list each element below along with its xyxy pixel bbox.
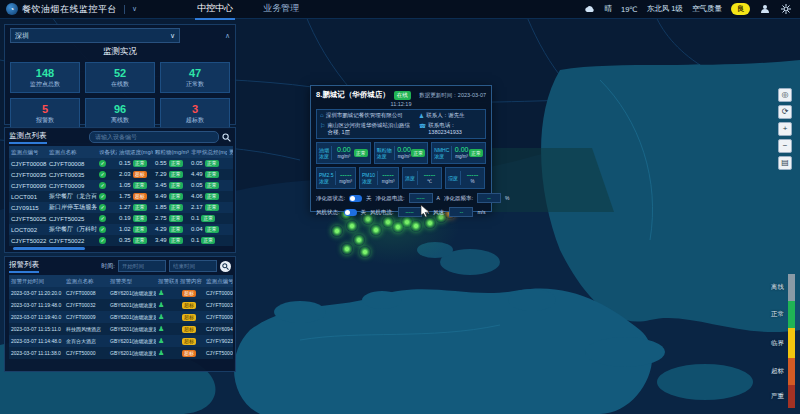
column-header: 监测点编号 (9, 149, 47, 156)
control-row: 净化器状态:关净化器电流:-----A净化器频率:--% (316, 193, 486, 203)
field-value-box[interactable]: ----- (409, 193, 433, 203)
table-row[interactable]: CJY09115新口岸停车场服务中心✓1.27正常1.85正常2.17正常 (9, 202, 233, 213)
alarm-row[interactable]: 2023-03-07 11:11:38.0CJYFT50000GBY6201(油… (9, 347, 233, 359)
air-quality-badge: 良 (731, 3, 750, 15)
alarm-row[interactable]: 2023-03-07 11:19:40.0CJYFT00009GBY6201(油… (9, 311, 233, 323)
value-cell: 0.1正常 (189, 237, 227, 244)
legend-color-bar (788, 328, 795, 358)
person-icon: ♟ (419, 112, 424, 119)
cell: CJYFT50025 (47, 216, 97, 222)
field-value-box[interactable]: -- (477, 193, 501, 203)
panel-collapse-icon[interactable]: ∧ (225, 32, 230, 40)
region-select[interactable]: 深圳 ∨ (10, 28, 180, 43)
status-badge: 正常 (205, 193, 219, 200)
monitor-point-dot[interactable] (331, 225, 343, 237)
popup-update-label: 数据更新时间：2023-03-07 (419, 92, 486, 99)
alarm-row[interactable]: 2023-03-07 11:19:48.0CJYFT00032GBY6201(油… (9, 299, 233, 311)
user-icon[interactable] (759, 3, 771, 15)
settings-gear-icon[interactable] (780, 3, 792, 15)
nav-item-业务管理[interactable]: 业务管理 (261, 0, 301, 20)
metric-value: 1.85 (155, 204, 167, 210)
device-status-cell: ✓ (97, 237, 117, 244)
metric-value: 0.15 (119, 160, 131, 166)
layers-icon[interactable]: ▤ (778, 156, 792, 170)
status-badge: 正常 (201, 237, 215, 244)
app-title: 餐饮油烟在线监控平台 (22, 3, 117, 16)
search-icon[interactable] (222, 128, 231, 146)
metric-value: ----- (467, 171, 479, 179)
map-status-legend: 离线正常临界超标严重 (771, 274, 795, 408)
zoom-in-icon[interactable]: + (778, 122, 792, 136)
monitor-point-dot[interactable] (410, 220, 422, 232)
end-time-input[interactable] (169, 260, 217, 272)
building-icon: ⌂ (320, 112, 324, 118)
org-switcher-caret[interactable]: ∨ (132, 5, 137, 13)
alarm-row[interactable]: 2023-03-07 11:15:11.0科技园风情酒店GBY6201(油烟浓度… (9, 323, 233, 335)
table-row[interactable]: CJYFT00035CJYFT00035✓2.03超标7.29正常4.49正常 (9, 169, 233, 180)
cell: CJY0Y6094 (204, 326, 233, 332)
divider (331, 146, 332, 160)
cell: 2023-03-07 11:15:11.0 (9, 326, 64, 332)
field-value-box[interactable]: -- (449, 207, 473, 217)
alarm-panel-title: 报警列表 (9, 260, 39, 273)
horizontal-scrollbar[interactable] (13, 247, 85, 250)
device-search-input[interactable] (89, 131, 219, 143)
table-row[interactable]: CJYFT50022CJYFT50022✓0.35正常3.49正常0.1正常 (9, 235, 233, 246)
alarm-row[interactable]: 2023-03-07 11:20:20.0CJYFT00008GBY6201(油… (9, 287, 233, 299)
value-cell: 0.05正常 (189, 182, 227, 189)
legend-color-bar (788, 274, 795, 301)
alarm-contact-icon[interactable]: ♟ (158, 313, 164, 320)
cell: 2023-03-07 11:19:40.0 (9, 314, 64, 320)
monitor-point-dot[interactable] (346, 220, 358, 232)
table-row[interactable]: CJYFT50025CJYFT50025✓0.19正常2.75正常0.1正常 (9, 213, 233, 224)
status-badge: 超标 (133, 193, 147, 200)
status-badge: 正常 (169, 215, 183, 222)
monitor-point-dot[interactable] (341, 243, 353, 255)
phone-icon: ☎ (419, 122, 426, 129)
monitor-point-dot[interactable] (359, 246, 371, 258)
locate-icon[interactable]: ◎ (778, 88, 792, 102)
alarm-contact-icon[interactable]: ♟ (158, 349, 164, 356)
column-header: 颗粒物(mg/m³) (153, 149, 189, 156)
monitor-point-dot[interactable] (370, 224, 382, 236)
phone-row: ☎联系电话：13802341933 (419, 122, 482, 136)
alarm-contact-icon[interactable]: ♟ (158, 301, 164, 308)
start-time-input[interactable] (118, 260, 166, 272)
table-row[interactable]: LOCT001振华餐厅（龙合百货店）✓1.75超标9.49正常4.06正常 (9, 191, 233, 202)
contact-cell: ♟ (156, 325, 178, 333)
location-pin-icon: ⚐ (320, 122, 325, 129)
alarm-row[interactable]: 2023-03-07 11:14:48.0金百合大酒店GBY6201(油烟浓度超… (9, 335, 233, 347)
metric-value: 0.1 (191, 237, 199, 243)
table-row[interactable]: LOCT002振华餐厅（万科时代广场店）✓1.02正常4.29正常0.04正常 (9, 224, 233, 235)
metric-value: 0.35 (119, 237, 131, 243)
field-value-box[interactable]: ----- (398, 207, 422, 217)
nav-item-中控中心[interactable]: 中控中心 (195, 0, 235, 20)
status-badge: 正常 (469, 149, 483, 157)
metric-card: 温度-----℃ (402, 167, 442, 189)
value-cell: 4.06正常 (189, 193, 227, 200)
table-row[interactable]: CJYFT00009CJYFT00009✓1.05正常3.45正常0.05正常 (9, 180, 233, 191)
table-row[interactable]: CJYFT00008CJYFT00008✓0.15正常0.55正常0.05正常 (9, 158, 233, 169)
metric-value: 9.49 (155, 193, 167, 199)
column-header: 报警内容 (178, 278, 204, 285)
stat-label: 监控点总数 (30, 80, 60, 89)
zoom-out-icon[interactable]: − (778, 139, 792, 153)
metric-value: 2.75 (155, 215, 167, 221)
alarm-contact-icon[interactable]: ♟ (158, 337, 164, 344)
alarm-contact-icon[interactable]: ♟ (158, 325, 164, 332)
cell: 振华餐厅（龙合百货店） (47, 192, 97, 201)
metric-label: 颗粒物 浓度 (377, 147, 392, 159)
monitor-point-dot[interactable] (353, 234, 365, 246)
alarm-contact-icon[interactable]: ♟ (158, 289, 164, 296)
company-row: ⌂深圳市鹏城记餐饮管理有限公司 (320, 112, 415, 119)
metric-label: 油烟 浓度 (319, 147, 329, 159)
power-toggle[interactable] (344, 209, 357, 216)
points-table: 监测点编号监测点名称设备状态油烟浓度(mg/m³)颗粒物(mg/m³)非甲烷总烃… (9, 146, 233, 246)
refresh-icon[interactable]: ⟳ (778, 105, 792, 119)
field-label: 风速: (433, 209, 446, 216)
contact-row: ♟联系人：谢先生 (419, 112, 482, 119)
status-badge: 正常 (133, 237, 147, 244)
stat-value: 148 (36, 67, 54, 79)
power-toggle[interactable] (349, 195, 362, 202)
alarm-search-button[interactable] (220, 261, 231, 272)
